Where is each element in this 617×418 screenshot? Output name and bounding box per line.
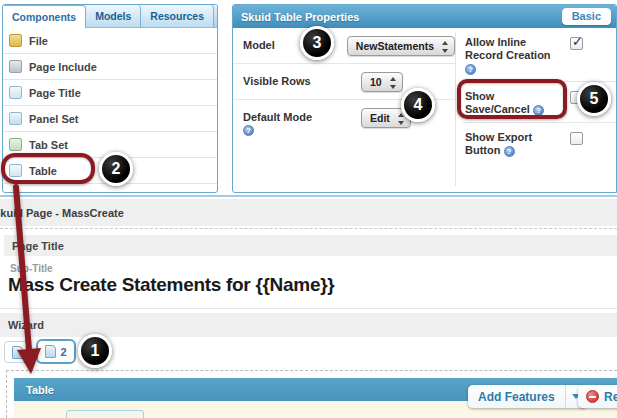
visible-rows-select-value: 10 (370, 76, 382, 88)
tab-set-icon (9, 138, 22, 151)
wizard-step-icon (45, 345, 56, 358)
wizard-step1-button[interactable] (4, 341, 30, 363)
callout-5: 5 (577, 82, 611, 116)
wizard-section-label: Wizard (0, 319, 44, 331)
tab-components[interactable]: Components (3, 5, 86, 28)
show-export-label: Show Export Button (465, 131, 561, 157)
palette-tabbar: Components Models Resources (3, 5, 217, 28)
callout-3: 3 (300, 26, 334, 60)
callout-1: 1 (78, 334, 112, 368)
properties-left-column: Model NewStatements Visible Rows 10 D (233, 28, 455, 143)
page-title-section-label: Page Title (4, 240, 64, 252)
model-select[interactable]: NewStatements (347, 36, 455, 56)
table-field-chip[interactable] (66, 410, 144, 418)
page-header-bar: Skuid Page - MassCreate (0, 199, 617, 226)
highlight-table-item (1, 153, 95, 184)
component-item-panel-set[interactable]: Panel Set (3, 106, 217, 132)
default-mode-select-value: Edit (370, 112, 390, 124)
callout-4: 4 (401, 88, 435, 122)
allow-inline-row: Allow Inline Record Creation ✓ (463, 28, 617, 82)
tab-models[interactable]: Models (86, 5, 141, 27)
callout-2: 2 (99, 152, 133, 186)
component-item-label: Page Title (29, 87, 81, 99)
component-item-page-include[interactable]: Page Include (3, 54, 217, 80)
tab-resources[interactable]: Resources (141, 5, 214, 27)
properties-header: Skuid Table Properties Basic (233, 5, 616, 28)
visible-rows-label: Visible Rows (243, 72, 361, 87)
component-item-label: Page Include (29, 61, 97, 73)
checkmark-icon: ✓ (572, 34, 583, 49)
add-features-button[interactable]: Add Features (468, 385, 587, 408)
highlight-show-save-cancel (457, 79, 567, 119)
stepper-arrows-icon (441, 40, 449, 54)
panel-bottom-rule (0, 195, 617, 197)
component-item-file[interactable]: File (3, 28, 217, 54)
default-mode-label: Default Mode (243, 108, 361, 136)
model-row: Model NewStatements (233, 28, 455, 64)
page-heading: Mass Create Statements for {{Name}} (8, 274, 334, 296)
show-export-label-text: Show Export Button (465, 131, 532, 156)
show-export-row: Show Export Button (463, 123, 617, 163)
default-mode-label-text: Default Mode (243, 111, 312, 123)
remove-button[interactable]: Rem (578, 385, 617, 408)
dashed-separator (0, 228, 617, 229)
subtitle-label: Sub-Title (10, 263, 53, 274)
properties-title: Skuid Table Properties (233, 11, 359, 23)
visible-rows-select[interactable]: 10 (361, 72, 403, 92)
thin-rule (0, 308, 617, 309)
help-icon[interactable] (243, 125, 254, 136)
component-item-page-title[interactable]: Page Title (3, 80, 217, 106)
skuid-builder-screenshot: Components Models Resources File Page In… (0, 0, 617, 418)
wizard-step2-number: 2 (60, 346, 66, 358)
help-icon[interactable] (504, 146, 515, 157)
page-title-icon (9, 86, 22, 99)
component-item-label: File (29, 35, 48, 47)
remove-minus-icon (586, 390, 599, 403)
page-include-icon (9, 60, 22, 73)
file-icon (9, 34, 22, 47)
allow-inline-label: Allow Inline Record Creation (465, 36, 561, 75)
component-item-label: Panel Set (29, 113, 79, 125)
remove-label: Rem (604, 390, 617, 404)
model-select-value: NewStatements (356, 40, 434, 52)
page-title-section-bar[interactable]: Page Title (4, 235, 617, 256)
help-icon[interactable] (465, 64, 476, 75)
add-features-label: Add Features (468, 390, 565, 404)
component-item-label: Tab Set (29, 139, 68, 151)
allow-inline-checkbox[interactable]: ✓ (570, 37, 583, 50)
table-component-title: Table (14, 384, 54, 396)
basic-button[interactable]: Basic (562, 8, 611, 25)
panel-set-icon (9, 112, 22, 125)
wizard-step-icon (12, 346, 23, 359)
wizard-step2-button[interactable]: 2 (36, 339, 76, 364)
column-divider (455, 32, 456, 186)
show-export-checkbox[interactable] (570, 132, 583, 145)
allow-inline-label-text: Allow Inline Record Creation (465, 36, 551, 61)
page-header-title: Skuid Page - MassCreate (0, 207, 124, 219)
stepper-arrows-icon (389, 76, 397, 90)
